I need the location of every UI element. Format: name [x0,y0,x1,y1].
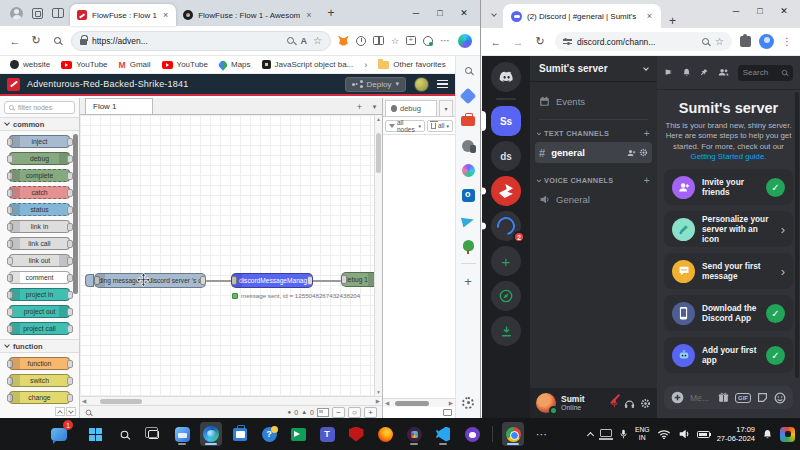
debug-clear-filter[interactable]: all▾ [427,120,453,132]
palette-node-project-out[interactable]: project out [9,305,70,318]
voice-channel-general[interactable]: General [535,189,652,210]
message-input[interactable]: Me... [690,393,712,403]
refresh-icon[interactable]: ↻ [29,34,43,47]
bookmark-youtube[interactable]: YouTube [61,60,107,69]
create-channel-icon[interactable]: + [644,175,650,186]
tab-flowfuse-awesome[interactable]: FlowFuse : Flow 1 - Awesom × [176,4,319,26]
minimize-button[interactable]: ─ [724,0,748,22]
discord-home-icon[interactable] [491,62,521,92]
tab-search-icon[interactable] [485,5,503,25]
sticker-icon[interactable] [757,392,768,403]
site-settings-icon[interactable] [563,39,572,43]
add-flow-button[interactable]: + [352,99,367,114]
refresh-icon[interactable]: ↻ [533,35,547,48]
chrome-menu-icon[interactable]: ⋮ [782,36,792,47]
palette-node-project-call[interactable]: project call [9,322,70,335]
palette-node-switch[interactable]: switch [9,374,70,387]
flow-list-caret[interactable]: ▾ [367,99,382,114]
getting-started-link[interactable]: Getting Started guide. [691,152,767,161]
scroll-right-icon[interactable]: ▶ [376,398,380,404]
vscode-icon[interactable] [432,422,454,446]
metamask-extension-icon[interactable] [338,36,349,46]
bookmark-maps[interactable]: Maps [219,60,251,69]
notifications-bell-icon[interactable] [682,68,691,77]
help-icon[interactable]: ? [258,422,280,446]
inject-trigger-button[interactable] [85,274,94,287]
create-channel-icon[interactable]: + [644,128,650,139]
language-indicator[interactable]: ENGIN [635,426,650,442]
palette-scroll-up-button[interactable] [55,407,65,416]
mcafee-icon[interactable] [345,422,367,446]
close-button[interactable]: ✕ [772,0,796,22]
server-ds[interactable]: ds [482,141,530,171]
copilot-icon[interactable] [458,34,472,48]
extensions-icon[interactable] [740,36,751,47]
slack-icon[interactable] [403,422,425,446]
taskbar-chat-icon[interactable]: 1 [48,423,70,445]
search-icon[interactable] [50,37,64,44]
card-personalize-server[interactable]: Personalize your server with an icon › [664,211,793,247]
new-tab-button[interactable]: + [320,6,343,20]
firefox-icon[interactable] [374,422,396,446]
taskbar-overflow-icon[interactable]: ⋯ [531,422,553,446]
deploy-caret-icon[interactable]: ▾ [395,80,399,88]
grow-icon[interactable] [461,238,476,253]
customize-sidebar-icon[interactable]: + [461,274,476,289]
server-red[interactable] [482,176,530,206]
attach-plus-icon[interactable] [671,391,684,404]
back-icon[interactable]: ← [489,36,503,48]
close-button[interactable]: ✕ [452,2,476,24]
user-settings-icon[interactable] [640,398,651,409]
server-with-badge[interactable]: 2 [482,211,530,241]
gif-picker-icon[interactable]: GIF [735,393,751,403]
outlook-icon[interactable] [461,188,476,203]
bookmark-website[interactable]: website [10,60,50,69]
zoom-in-button[interactable]: + [364,407,377,418]
channel-general[interactable]: # general [535,142,652,163]
taskbar-search-icon[interactable] [113,422,135,446]
sidebar-settings-icon[interactable] [461,395,476,410]
tab-actions-icon[interactable] [52,8,64,18]
bookmark-gmail[interactable]: MGmail [119,60,151,70]
display-tray-icon[interactable] [600,429,612,437]
new-tab-button[interactable]: + [661,14,684,28]
drop-icon[interactable] [461,213,476,228]
card-first-message[interactable]: Send your first message › [664,253,793,289]
favorites-icon[interactable]: ☆ [391,36,399,46]
favorite-star-icon[interactable]: ☆ [313,35,322,46]
open-window-icon[interactable] [443,409,452,416]
threads-icon[interactable] [664,68,673,77]
palette-node-debug[interactable]: debug [9,152,70,165]
gift-icon[interactable] [718,392,729,403]
palette-node-catch[interactable]: catch [9,186,70,199]
server-sumits-server[interactable]: Ss [482,106,530,136]
voice-channels-category[interactable]: VOICE CHANNELS + [535,173,652,188]
zoom-reset-button[interactable]: ○ [348,407,361,418]
address-bar[interactable]: discord.com/chann... ☆ [555,32,732,51]
palette-node-link-in[interactable]: link in [9,220,70,233]
wifi-icon[interactable] [657,429,671,440]
palette-node-link-call[interactable]: link call [9,237,70,250]
github-desktop-icon[interactable] [461,422,483,446]
settings-more-icon[interactable]: ⋯ [440,35,451,46]
shopping-icon[interactable] [461,88,476,103]
tab-flowfuse-flow1[interactable]: FlowFuse : Flow 1 × [70,4,176,26]
volume-icon[interactable] [678,428,690,440]
meet-icon[interactable] [287,422,309,446]
channel-settings-icon[interactable] [639,148,648,157]
microphone-tray-icon[interactable] [619,429,628,439]
user-bar[interactable]: Sumit Online [530,388,657,418]
address-bar[interactable]: https://adven... A ☆ [71,31,331,51]
battery-icon[interactable] [697,431,710,438]
other-favorites[interactable]: Other favorites [378,60,445,69]
palette-node-function[interactable]: function [9,357,70,370]
palette-category-common[interactable]: common [0,117,79,131]
server-header[interactable]: Sumit's server [530,56,657,82]
task-view-icon[interactable] [142,422,164,446]
scroll-right-icon[interactable]: ▶ [449,400,453,406]
maximize-button[interactable]: □ [748,0,772,22]
palette-node-inject[interactable]: inject [9,135,70,148]
canvas-hscroll-thumb[interactable] [100,399,142,404]
main-scrollbar[interactable] [795,92,799,378]
teams-icon[interactable]: T [316,422,338,446]
